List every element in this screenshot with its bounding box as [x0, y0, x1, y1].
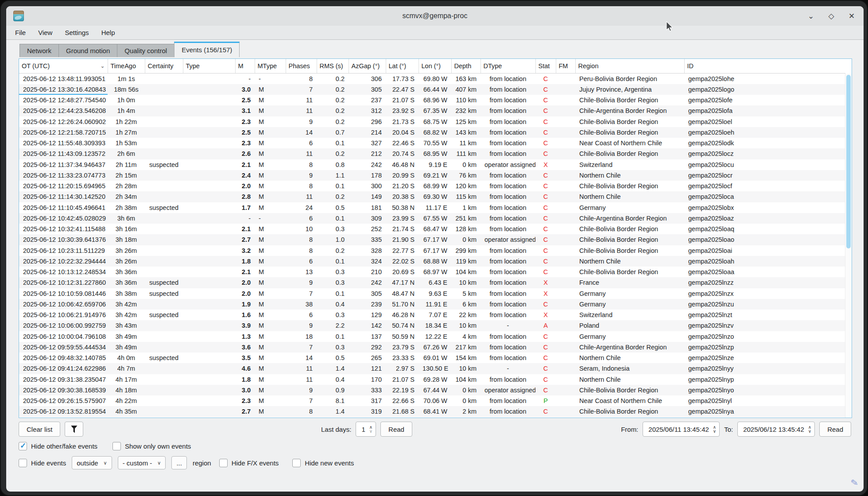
outside-dropdown[interactable]: outside ∨	[72, 456, 112, 469]
cell-lat[interactable]: 22.77 S	[386, 245, 418, 256]
cell-lat[interactable]: 21.07 S	[386, 95, 418, 105]
table-row[interactable]: 2025-06-12 11:14:30.1425202h 34m2.8M110.…	[19, 191, 845, 202]
cell-azgap[interactable]: 252	[349, 224, 386, 234]
cell-region[interactable]: Germany	[575, 299, 684, 310]
cell-depth[interactable]: 110 km	[451, 95, 480, 105]
cell-lon[interactable]: 70.55 W	[418, 138, 451, 148]
cell-m[interactable]: 3.2	[235, 245, 255, 256]
column-header-certainty[interactable]: Certainty	[145, 59, 183, 73]
cell-certainty[interactable]	[145, 267, 183, 277]
cell-id[interactable]: gempa2025lnyy	[684, 363, 845, 374]
cell-rms[interactable]: 0.1	[317, 181, 349, 191]
cell-ot[interactable]: 2025-06-12 12:48:27.754540	[19, 95, 108, 105]
cell-mtype[interactable]: M	[255, 320, 286, 331]
cell-ot[interactable]: 2025-06-12 12:44:23.546208	[19, 105, 108, 116]
cell-lon[interactable]: 67.17 W	[418, 245, 451, 256]
cell-azgap[interactable]: 212	[349, 148, 386, 159]
cell-stat[interactable]: C	[535, 127, 556, 138]
cell-m[interactable]: 3.5	[235, 353, 255, 363]
cell-depth[interactable]: 251 km	[451, 213, 480, 224]
cell-rms[interactable]: 0.4	[317, 299, 349, 310]
cell-region[interactable]: Chile-Bolivia Border Region	[575, 406, 684, 417]
cell-depth[interactable]: 104 km	[451, 374, 480, 385]
cell-m[interactable]: 2.7	[235, 234, 255, 245]
cell-certainty[interactable]	[145, 342, 183, 353]
cell-ot[interactable]: 2025-06-12 11:33:23.074773	[19, 170, 108, 181]
cell-id[interactable]: gempa2025lobx	[684, 202, 845, 213]
cell-lat[interactable]: 22.02 S	[386, 256, 418, 267]
cell-phases[interactable]: 11	[286, 374, 317, 385]
cell-rms[interactable]: 0.1	[317, 138, 349, 148]
cell-ot[interactable]: 2025-06-12 10:42:45.028029	[19, 213, 108, 224]
cell-lat[interactable]: 20.38 S	[386, 191, 418, 202]
cell-fm[interactable]	[556, 84, 575, 95]
cell-certainty[interactable]	[145, 181, 183, 191]
cell-type[interactable]	[183, 256, 235, 267]
cell-certainty[interactable]	[145, 191, 183, 202]
cell-lat[interactable]: 23.92 S	[386, 105, 418, 116]
read-range-button[interactable]: Read	[819, 422, 851, 437]
cell-type[interactable]	[183, 288, 235, 299]
cell-phases[interactable]: 6	[286, 310, 317, 320]
cell-m[interactable]: 1.6	[235, 310, 255, 320]
cell-time_ago[interactable]: 4h 17m	[108, 374, 145, 385]
spin-down-icon[interactable]: ∨	[369, 429, 372, 433]
cell-stat[interactable]: C	[535, 256, 556, 267]
cell-m[interactable]: 4.6	[235, 363, 255, 374]
cell-ot[interactable]: 2025-06-12 10:06:42.659706	[19, 299, 108, 310]
cell-fm[interactable]	[556, 363, 575, 374]
cell-fm[interactable]	[556, 213, 575, 224]
cell-dtype[interactable]: from location	[480, 288, 535, 299]
titlebar[interactable]: scmvx@gempa-proc ⌄ ◇ ✕	[6, 6, 864, 26]
cell-type[interactable]	[183, 138, 235, 148]
cell-lat[interactable]: 21.20 S	[386, 181, 418, 191]
cell-rms[interactable]: 0.2	[317, 105, 349, 116]
cell-azgap[interactable]: 324	[349, 256, 386, 267]
cell-phases[interactable]: 7	[286, 288, 317, 299]
cell-fm[interactable]	[556, 267, 575, 277]
cell-region[interactable]: France	[575, 277, 684, 288]
cell-dtype[interactable]: from location	[480, 245, 535, 256]
cell-rms[interactable]: 2.2	[317, 320, 349, 331]
cell-stat[interactable]: C	[535, 213, 556, 224]
cell-lon[interactable]: 70.06 W	[418, 395, 451, 406]
cell-certainty[interactable]	[145, 138, 183, 148]
cell-dtype[interactable]: from location	[480, 84, 535, 95]
table-row[interactable]: 2025-06-12 10:06:21.9149763h 42msuspecte…	[19, 310, 845, 320]
table-row[interactable]: 2025-06-12 12:21:58.7207151h 27m2.5M140.…	[19, 127, 845, 138]
cell-id[interactable]: gempa2025lnze	[684, 353, 845, 363]
cell-m[interactable]: -	[235, 73, 255, 84]
cell-lat[interactable]: 50.38 N	[386, 202, 418, 213]
cell-type[interactable]	[183, 73, 235, 84]
cell-azgap[interactable]: 142	[349, 320, 386, 331]
cell-region[interactable]: Poland	[575, 320, 684, 331]
cell-time_ago[interactable]: 18m 56s	[108, 84, 145, 95]
cell-time_ago[interactable]: 1h 27m	[108, 127, 145, 138]
cell-time_ago[interactable]: 3h 6m	[108, 213, 145, 224]
cell-time_ago[interactable]: 2h 6m	[108, 148, 145, 159]
column-header-fm[interactable]: FM	[556, 59, 575, 73]
cell-dtype[interactable]: from location	[480, 256, 535, 267]
cell-certainty[interactable]	[145, 299, 183, 310]
cell-fm[interactable]	[556, 406, 575, 417]
cell-lon[interactable]: 68.96 W	[418, 95, 451, 105]
cell-mtype[interactable]: M	[255, 191, 286, 202]
cell-depth[interactable]: 0 km	[451, 395, 480, 406]
table-row[interactable]: 2025-06-12 11:37:34.9464372h 11msuspecte…	[19, 159, 845, 170]
cell-certainty[interactable]	[145, 73, 183, 84]
cell-id[interactable]: gempa2025lnyo	[684, 385, 845, 395]
cell-mtype[interactable]: M	[255, 224, 286, 234]
cell-time_ago[interactable]: 3h 42m	[108, 299, 145, 310]
cell-ot[interactable]: 2025-06-12 10:22:32.294444	[19, 256, 108, 267]
cell-mtype[interactable]: M	[255, 138, 286, 148]
cell-region[interactable]: Chile-Argentina Border Region	[575, 342, 684, 353]
cell-dtype[interactable]: from location	[480, 395, 535, 406]
cell-certainty[interactable]	[145, 170, 183, 181]
cell-lon[interactable]: 130.50 E	[418, 363, 451, 374]
cell-stat[interactable]: C	[535, 374, 556, 385]
cell-fm[interactable]	[556, 310, 575, 320]
cell-mtype[interactable]: M	[255, 331, 286, 342]
cell-phases[interactable]: 14	[286, 353, 317, 363]
cell-dtype[interactable]: from location	[480, 213, 535, 224]
cell-id[interactable]: gempa2025lofe	[684, 95, 845, 105]
